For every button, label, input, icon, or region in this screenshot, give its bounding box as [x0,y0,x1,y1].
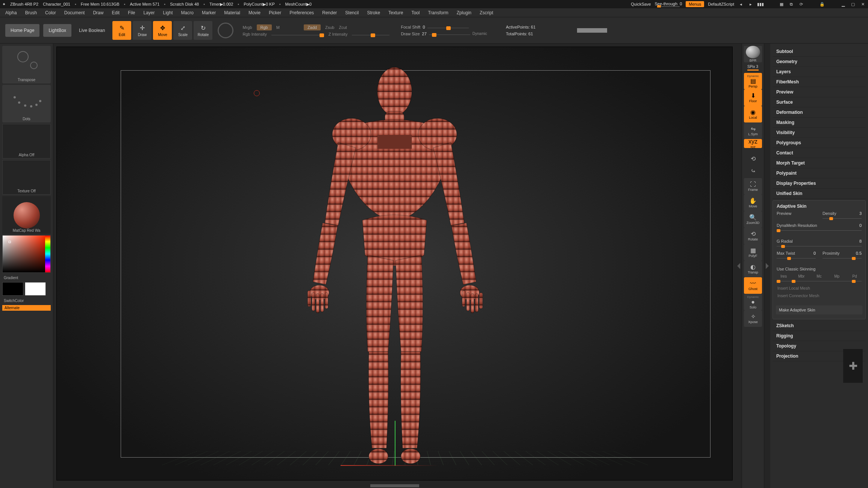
menu-file[interactable]: File [128,10,135,15]
refresh-icon[interactable]: ⟳ [798,1,804,7]
grid-icon[interactable]: ▦ [779,1,785,7]
edit-mode-button[interactable]: ✎Edit [112,21,131,40]
opt-mc[interactable]: Mc [812,274,826,278]
rotate-mode-button[interactable]: ↻Rotate [194,21,212,40]
section-subtool[interactable]: Subtool [773,47,866,57]
next-icon[interactable]: ▸ [748,1,754,7]
rgb-intensity-slider[interactable] [271,33,324,35]
opt-mbr[interactable]: Mbr [794,274,808,278]
xpose-button[interactable]: ✧Xpose [744,310,762,327]
dynamesh-slider[interactable] [777,230,862,231]
solo-button[interactable]: Dynamic●Solo [744,294,762,310]
material-button[interactable]: MatCap Red Wa [2,196,51,234]
menu-material[interactable]: Material [224,10,240,15]
maximize-icon[interactable]: ▢ [850,1,856,7]
menu-marker[interactable]: Marker [202,10,216,15]
lock-icon[interactable]: 🔒 [819,1,825,7]
switch-color-button[interactable]: SwitchColor [2,298,51,304]
home-page-button[interactable]: Home Page [5,24,39,37]
rgb-button[interactable]: Rgb [257,24,272,30]
bpr-button[interactable]: BPR [744,46,762,62]
classic-skinning-button[interactable]: Use Classic Skinning [777,267,815,271]
transpose-button[interactable]: Transpose [2,46,51,83]
section-preview[interactable]: Preview [773,87,866,97]
swatch-white[interactable] [25,282,46,296]
prev-icon[interactable]: ◂ [738,1,744,7]
adaptive-skin-header[interactable]: Adaptive Skin [775,203,863,210]
polyf-button[interactable]: ▦PolyF [744,244,762,261]
menu-layer[interactable]: Layer [144,10,155,15]
lightbox-button[interactable]: LightBox [43,24,71,37]
menu-color[interactable]: Color [45,10,56,15]
add-tray-button[interactable]: ✚ [843,349,863,383]
swatch-black[interactable] [2,282,23,296]
draw-mode-button[interactable]: ✛Draw [133,21,151,40]
menu-zscript[interactable]: Zscript [480,10,493,15]
rotate-button[interactable]: ⟲Rotate [744,228,762,244]
menu-document[interactable]: Document [64,10,85,15]
menu-render[interactable]: Render [322,10,337,15]
alpha-button[interactable]: Alpha Off [2,124,51,159]
quicksave-button[interactable]: QuickSave [631,2,651,6]
gradial-slider[interactable] [777,246,862,247]
section-rigging[interactable]: Rigging [773,331,866,341]
xyz-button[interactable]: xyzxyz [744,139,762,148]
opt-pd[interactable]: Pd [848,274,862,278]
zadd-button[interactable]: Zadd [304,24,321,30]
move-button[interactable]: ✋Move [744,195,762,211]
rotate-z-icon[interactable]: ⤿ [744,166,762,176]
frame-button[interactable]: ⛶Frame [744,178,762,195]
default-zscript[interactable]: DefaultZScript [708,2,734,6]
preview-button[interactable]: Preview [777,211,791,216]
section-surface[interactable]: Surface [773,97,866,107]
menu-zplugin[interactable]: Zplugin [457,10,471,15]
local-button[interactable]: ◉Local [744,106,762,122]
mrgb-button[interactable]: Mrgb [242,25,252,30]
move-mode-button[interactable]: ✥Move [153,21,172,40]
menu-stroke[interactable]: Stroke [367,10,380,15]
minimize-icon[interactable]: ▁ [840,1,846,7]
alternate-button[interactable]: Alternate [2,305,51,311]
bars-icon[interactable]: ▮▮▮ [757,1,763,7]
window-icon[interactable]: ⧉ [788,1,794,7]
texture-button[interactable]: Texture Off [2,160,51,195]
canvas-viewport[interactable] [56,47,733,480]
menu-brush[interactable]: Brush [25,10,37,15]
stroke-button[interactable]: Dots [2,85,51,122]
menu-movie[interactable]: Movie [248,10,261,15]
menu-picker[interactable]: Picker [269,10,281,15]
ghost-button[interactable]: 〰Ghost [744,277,762,294]
section-contact[interactable]: Contact [773,148,866,158]
transp-button[interactable]: ◐Transp [744,261,762,277]
section-unified-skin[interactable]: Unified Skin [773,189,866,199]
menu-stencil[interactable]: Stencil [345,10,359,15]
z-intensity-slider[interactable] [352,33,389,35]
focal-shift-slider[interactable] [427,26,469,28]
color-picker[interactable] [2,235,51,273]
menu-alpha[interactable]: Alpha [5,10,17,15]
draw-size-slider[interactable] [429,33,470,35]
close-icon[interactable]: ✕ [860,1,866,7]
section-fibermesh[interactable]: FiberMesh [773,77,866,87]
menu-preferences[interactable]: Preferences [289,10,314,15]
persp-button[interactable]: Dynamic▤Persp [744,73,762,89]
tray-collapse-right[interactable] [764,44,770,488]
lsym-button[interactable]: ⇋L.Sym [744,122,762,139]
insert-connector-mesh-button[interactable]: Insert Connector Mesh [775,292,863,299]
section-layers[interactable]: Layers [773,67,866,77]
maxtwist-slider[interactable] [777,258,816,259]
section-morph-target[interactable]: Morph Target [773,158,866,168]
classic-sliders[interactable] [777,281,862,282]
proximity-slider[interactable] [823,258,862,259]
opt-ires[interactable]: Ires [777,274,791,278]
menu-macro[interactable]: Macro [181,10,194,15]
menu-transform[interactable]: Transform [428,10,448,15]
floor-button[interactable]: ⬇Floor [744,89,762,106]
section-visibility[interactable]: Visibility [773,128,866,138]
section-display-properties[interactable]: Display Properties [773,178,866,189]
spix-control[interactable]: SPix 3 [747,65,759,71]
live-boolean-button[interactable]: Live Boolean [75,24,109,37]
m-button[interactable]: M [276,25,280,30]
zsub-button[interactable]: Zsub [325,25,334,30]
opt-mp[interactable]: Mp [830,274,844,278]
